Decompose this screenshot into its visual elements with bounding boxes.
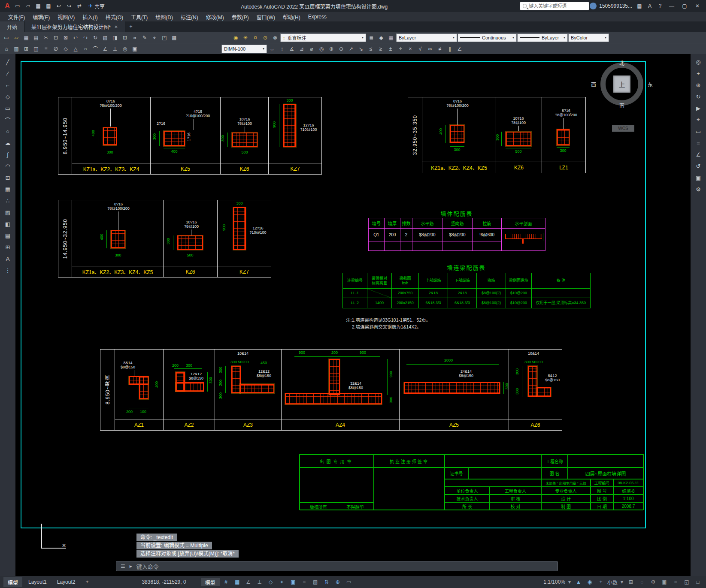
column-section[interactable] xyxy=(233,207,246,250)
dim-name-combo[interactable]: DIMN-100 ▾ xyxy=(221,45,267,53)
angular-dim-icon[interactable]: ∡ xyxy=(287,44,297,54)
region-icon[interactable]: ▣ xyxy=(130,44,139,54)
center-mark-icon[interactable]: ◎ xyxy=(120,44,130,54)
center-dim-icon[interactable]: ◎ xyxy=(317,44,326,54)
compass-north[interactable]: 北 xyxy=(619,59,624,66)
insert-table-icon[interactable]: ⊞ xyxy=(21,44,31,54)
wall-section[interactable] xyxy=(231,366,241,393)
column-section[interactable] xyxy=(232,133,258,147)
rebar-annotation[interactable]: 4?18?10@100/200 xyxy=(177,109,218,118)
command-input-hint[interactable]: 键入命令 xyxy=(136,562,159,570)
rebar-annotation[interactable]: 8?16?8@100/200 xyxy=(88,99,133,108)
dim-right[interactable]: 400 xyxy=(155,381,159,388)
layer-freeze-icon[interactable]: ☀ xyxy=(241,33,250,42)
dim-top[interactable]: 2000 xyxy=(444,358,453,362)
circle-tool-icon[interactable]: ○ xyxy=(81,44,90,54)
autoscale-icon[interactable]: ◉ xyxy=(585,578,594,586)
dim-top[interactable]: 900 xyxy=(299,350,305,355)
view-settings-icon[interactable]: ⚙ xyxy=(693,185,703,193)
cell-label[interactable]: KZ7 xyxy=(218,266,271,277)
isodraft-icon[interactable]: ◇ xyxy=(266,578,276,586)
xline-icon[interactable]: ∕ xyxy=(3,69,13,78)
more-tools-icon[interactable]: ⋮ xyxy=(3,266,13,274)
wall-section[interactable] xyxy=(176,382,204,392)
grid-display-icon[interactable]: ▦ xyxy=(233,578,242,586)
help-icon[interactable]: ? xyxy=(655,1,665,11)
make-block-icon[interactable]: ▦ xyxy=(3,185,13,193)
selection-cycling-icon[interactable]: ⇅ xyxy=(322,578,331,586)
polygon-tool-icon[interactable]: △ xyxy=(71,44,80,54)
ordinate-dim-icon[interactable]: ⊿ xyxy=(297,44,306,54)
new-icon[interactable]: ▭ xyxy=(2,33,11,42)
list-icon[interactable]: ≡ xyxy=(41,44,51,54)
column-section[interactable] xyxy=(506,132,531,146)
undo-icon[interactable]: ↩ xyxy=(54,1,64,11)
menu-edit[interactable]: 编辑(E) xyxy=(29,12,54,21)
dim-bottom[interactable]: 100 xyxy=(140,410,146,414)
dim-top[interactable]: 200 xyxy=(172,363,179,368)
maximize-button[interactable]: ▢ xyxy=(679,1,691,11)
menu-window[interactable]: 窗口(W) xyxy=(253,12,279,21)
wcs-selector[interactable]: WCS xyxy=(612,125,634,132)
rebar-annotation[interactable]: 12?16?10@100 xyxy=(246,226,270,235)
dim-top[interactable]: 900 xyxy=(360,350,366,355)
steering-wheel-icon[interactable]: ◎ xyxy=(693,57,703,66)
view-rect-icon[interactable]: ▭ xyxy=(693,127,703,136)
column-section[interactable] xyxy=(111,230,125,248)
close-button[interactable]: ✕ xyxy=(691,1,703,11)
dim-top[interactable]: 300 xyxy=(186,363,192,368)
divide-icon[interactable]: ÷ xyxy=(396,44,405,54)
parallel-icon[interactable]: ∥ xyxy=(445,44,455,54)
aligned-dim-icon[interactable]: ↕ xyxy=(277,44,287,54)
dim-width[interactable]: 300 xyxy=(450,148,464,152)
cell-label[interactable]: AZ2 xyxy=(164,419,215,430)
open-icon[interactable]: ▱ xyxy=(12,33,21,42)
dim-width[interactable]: 400 xyxy=(164,149,185,154)
rebar-annotation[interactable]: 8?16?8@100/200 xyxy=(548,109,584,117)
view-grid-icon[interactable]: ▣ xyxy=(693,173,703,182)
zoom-icon[interactable]: ⊕ xyxy=(693,81,703,89)
new-tab-button[interactable]: + xyxy=(125,21,137,32)
sqrt-icon[interactable]: √ xyxy=(415,44,425,54)
customize-list-icon[interactable]: ≡ xyxy=(671,578,680,586)
viewcube-top-face[interactable]: 上 xyxy=(613,75,630,93)
dim-width[interactable]: 300 xyxy=(111,253,125,257)
compass-south[interactable]: 南 xyxy=(619,102,624,109)
units-readout[interactable]: 小数 xyxy=(607,579,618,586)
tab-close-icon[interactable]: ✕ xyxy=(114,24,118,29)
hatch-icon[interactable]: ▨ xyxy=(3,208,13,217)
paste-icon[interactable]: ⊠ xyxy=(61,33,70,42)
account-id[interactable]: 1505999135... xyxy=(597,3,634,9)
wall-rebar-table[interactable]: 墙号 墙厚 排数 水平筋 竖向筋 拉筋 水平剖面 Q1 200 2 $8@200… xyxy=(368,218,545,251)
dim-top[interactable]: 300 xyxy=(233,201,246,205)
polyline-icon[interactable]: ⌐ xyxy=(3,81,13,89)
tab-start[interactable]: 开始 xyxy=(0,21,24,32)
grid-snap-icon[interactable]: # xyxy=(221,578,231,586)
datum-icon[interactable]: ≥ xyxy=(376,44,385,54)
rebar-annotation[interactable]: 8?16?8@100/200 xyxy=(96,202,141,211)
cell-label[interactable]: KZ1a、KZ2、KZ3、KZ4 xyxy=(72,163,150,174)
layer-properties-icon[interactable]: ≣ xyxy=(367,33,376,42)
menu-file[interactable]: 文件(F) xyxy=(4,12,29,21)
rebar-annotation[interactable]: 10?16?8@100 xyxy=(501,116,536,125)
menu-tools[interactable]: 工具(T) xyxy=(127,12,152,21)
dim-right[interactable]: 300 xyxy=(209,377,213,383)
wall-plan-section[interactable] xyxy=(505,234,542,239)
layer-thaw-icon[interactable]: ¤ xyxy=(251,33,260,42)
column-section[interactable] xyxy=(164,131,185,146)
polygon-icon[interactable]: ◇ xyxy=(3,92,13,101)
copy-icon[interactable]: ⊡ xyxy=(51,33,61,42)
dim-width[interactable]: 300 xyxy=(557,148,570,153)
cell-label[interactable]: KZ5 xyxy=(151,163,220,174)
insert-block-icon[interactable]: ⊡ xyxy=(3,173,13,182)
leader-icon[interactable]: ↘ xyxy=(356,44,366,54)
rebar-annotation[interactable]: 12&12$8@150 xyxy=(184,372,208,380)
tolerance-icon[interactable]: ≤ xyxy=(366,44,376,54)
arc-tool-icon[interactable]: ⌒ xyxy=(91,44,100,54)
dim-height[interactable]: 400 xyxy=(91,130,95,136)
column-section[interactable] xyxy=(450,125,464,143)
regen-icon[interactable]: ↻ xyxy=(91,33,100,42)
baseline-dim-icon[interactable]: ⊖ xyxy=(336,44,346,54)
dim-left[interactable]: 200 xyxy=(218,380,223,386)
annotation-visibility-icon[interactable]: ▲ xyxy=(574,578,583,586)
